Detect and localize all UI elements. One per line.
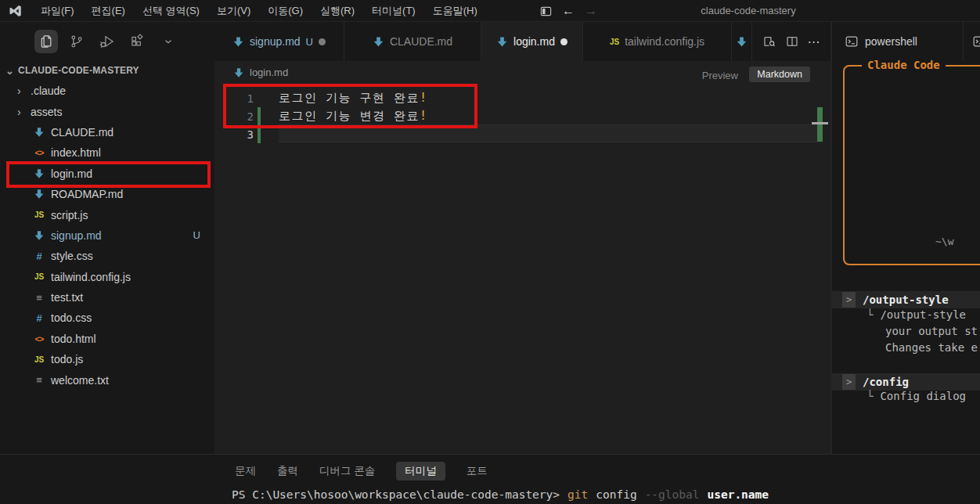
menu-edit[interactable]: 편집(E) [83,0,134,22]
breadcrumb[interactable]: login.md [233,67,288,78]
html-file-icon: <> [33,334,45,344]
markdown-file-icon [33,230,45,241]
markdown-file-icon [33,189,45,200]
extensions-icon[interactable] [126,30,150,53]
suggestion-command: /output-style [863,293,949,306]
tree-item-todo-css[interactable]: # todo.css [0,308,214,328]
suggestion-config[interactable]: > /config [832,373,980,391]
vscode-window: 파일(F) 편집(E) 선택 영역(S) 보기(V) 이동(G) 실행(R) 터… [0,0,980,504]
red-annotation-box-sidebar [6,161,211,188]
run-debug-icon[interactable] [95,30,119,53]
suggestion-detail: Changes take e [885,341,978,354]
tree-item-script-js[interactable]: JS script.js [0,204,214,225]
tab-signup-md[interactable]: signup.md U [214,22,344,61]
modified-dot-icon[interactable] [319,38,326,45]
text-file-icon: ≡ [33,292,45,304]
tree-item-style-css[interactable]: # style.css [0,246,214,266]
right-group-tab-bar: powershell c [832,22,980,61]
chevron-right-icon: › [17,85,28,97]
chevron-down-icon: ⌄ [5,65,14,77]
more-views-chevron-icon[interactable] [157,30,180,53]
vscode-logo-icon [9,4,23,18]
layout-toggle-icon[interactable] [540,5,552,17]
tree-item-test-txt[interactable]: ≡ test.txt [0,287,214,308]
tab-powershell-terminal[interactable]: powershell [832,22,964,61]
menu-view[interactable]: 보기(V) [208,0,259,22]
menu-go[interactable]: 이동(G) [259,0,312,22]
tab-label: signup.md [250,35,301,48]
tree-item-tailwind-config-js[interactable]: JS tailwind.config.js [0,267,214,287]
workspace-root-header[interactable]: ⌄ CLAUDE-CODE-MASTERY [0,61,214,80]
tree-corner-icon: └ [867,390,873,402]
terminal-argument: config [596,488,636,501]
source-control-icon[interactable] [65,30,88,53]
tree-item-assets-folder[interactable]: › assets [0,101,214,121]
file-label: todo.html [51,333,96,345]
tree-item-index-html[interactable]: <> index.html [0,142,214,163]
suggestion-output-style[interactable]: > /output-style [832,291,980,308]
suggestion-chevron-icon: > [842,374,856,390]
split-editor-icon[interactable] [785,34,799,49]
preview-mode-label[interactable]: Preview [702,70,738,81]
tree-item-claude-md[interactable]: CLAUDE.md [0,122,214,142]
terminal-icon [845,35,858,48]
markdown-file-icon [736,36,748,48]
menu-help[interactable]: 도움말(H) [424,0,486,22]
tab-label: login.md [513,35,555,48]
panel-tab-problems[interactable]: 문제 [235,462,256,481]
markdown-file-icon [496,36,508,48]
markdown-file-icon [33,127,45,138]
panel-tab-output[interactable]: 출력 [277,462,298,481]
modified-dot-icon[interactable] [560,38,567,45]
tab-overflow-sliver[interactable] [732,22,752,61]
suggestion-detail: your output st [885,325,978,337]
menu-run[interactable]: 실행(R) [312,0,363,22]
tab-claude-md[interactable]: CLAUDE.md [344,22,481,61]
tab-login-md[interactable]: login.md [481,22,583,61]
tree-item-welcome-txt[interactable]: ≡ welcome.txt [0,369,214,390]
more-actions-icon[interactable]: ⋯ [808,34,821,49]
tree-item-claude-folder[interactable]: › .claude [0,81,214,101]
explorer-icon[interactable] [34,30,58,53]
tree-item-todo-js[interactable]: JS todo.js [0,349,214,369]
text-file-icon: ≡ [33,374,45,386]
menu-terminal[interactable]: 터미널(T) [363,0,424,22]
file-label: todo.css [51,311,92,324]
git-untracked-badge: U [306,36,313,48]
tab-tailwind-config-js[interactable]: JS tailwind.config.js [583,22,732,61]
file-label: style.css [51,250,93,262]
javascript-file-icon: JS [610,38,619,46]
tree-corner-icon: └ [867,308,873,321]
terminal-prompt: PS C:\Users\hosoo\workspace\claude-code-… [232,488,560,501]
file-label: CLAUDE.md [51,126,113,139]
terminal-icon [973,35,980,48]
javascript-file-icon: JS [33,355,45,364]
panel-tab-bar: 문제 출력 디버그 콘솔 터미널 포트 [235,462,488,481]
panel-tab-ports[interactable]: 포트 [467,462,488,481]
tree-item-signup-md[interactable]: signup.md U [0,225,214,246]
back-arrow-icon[interactable]: ← [562,4,575,18]
tab-label: tailwind.config.js [625,35,704,48]
menu-file[interactable]: 파일(F) [32,0,83,22]
markdown-file-icon [232,36,244,48]
overview-ruler-change-mark [817,107,823,142]
suggestion-detail: └ Config dialog [867,390,966,402]
file-label: index.html [51,146,101,159]
open-preview-icon[interactable] [762,34,776,49]
panel-tab-debug-console[interactable]: 디버그 콘솔 [319,462,375,481]
javascript-file-icon: JS [33,211,45,219]
file-label: script.js [51,209,88,221]
tab-label: powershell [865,35,917,48]
file-label: test.txt [51,291,83,304]
forward-arrow-icon[interactable]: → [585,4,597,18]
menu-selection[interactable]: 선택 영역(S) [134,0,208,22]
markdown-mode-badge[interactable]: Markdown [749,67,810,82]
tab-claude-terminal[interactable]: c [964,22,980,61]
terminal-command-line[interactable]: PS C:\Users\hosoo\workspace\claude-code-… [232,488,769,501]
file-tree: › .claude › assets CLAUDE.md <> index.ht… [0,81,214,391]
css-file-icon: # [33,312,45,324]
file-label: todo.js [51,353,83,365]
panel-tab-terminal[interactable]: 터미널 [396,462,445,481]
tree-item-todo-html[interactable]: <> todo.html [0,329,214,349]
claude-cwd-text: ~\w [935,236,953,247]
